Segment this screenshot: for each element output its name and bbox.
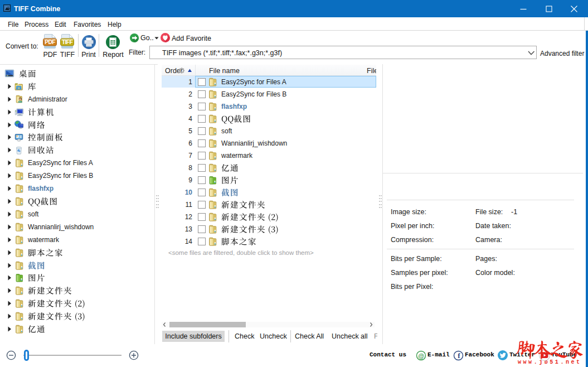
svg-text:f: f <box>458 351 460 360</box>
svg-text:@: @ <box>418 352 424 359</box>
svg-text:TIFF: TIFF <box>62 39 72 45</box>
svg-text:PDF: PDF <box>45 39 55 45</box>
